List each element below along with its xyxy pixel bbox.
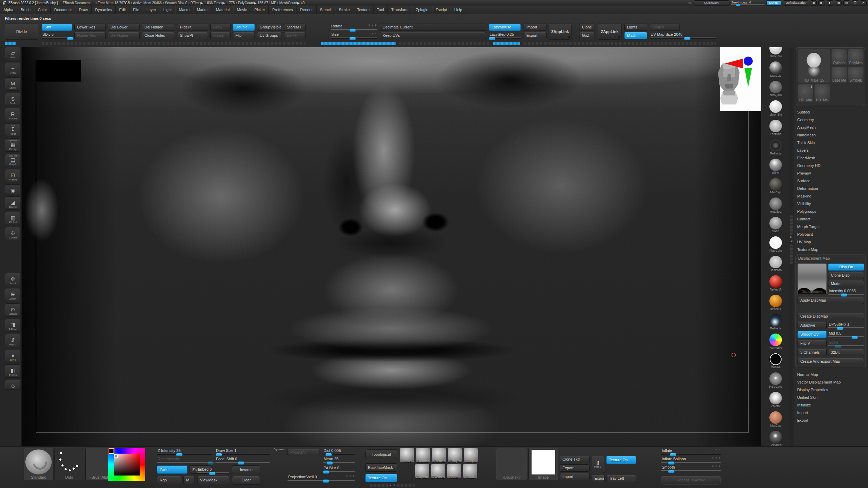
imbed-slider[interactable]: Imbed 0 <box>197 467 229 474</box>
mid-slider[interactable]: Mid 0.5 <box>828 331 864 338</box>
shrink-button[interactable]: Shrink <box>210 32 231 39</box>
palette-menu-item[interactable]: Vector Displacement Map <box>794 378 868 386</box>
shelf-divider-segment[interactable] <box>321 42 396 45</box>
texture-flipv-button[interactable]: ⇵ Flip V <box>592 456 604 473</box>
texture-import-button[interactable]: Import <box>560 473 590 480</box>
sdiv-knob[interactable] <box>67 37 74 40</box>
palette-menu-item[interactable]: Thick Skin <box>794 139 868 146</box>
left-shelf-button[interactable]: x y z ↧ Floor <box>5 123 21 136</box>
z-intensity-slider[interactable]: Z Intensity 25 <box>157 448 212 455</box>
right-tray-divider[interactable]: ▶ ◀ <box>790 215 793 267</box>
inflate-knob[interactable] <box>670 453 676 456</box>
scroll-shelf-left-icon[interactable]: ◀ <box>810 0 817 6</box>
menu-item[interactable]: Texture <box>353 6 373 14</box>
material-item[interactable]: MatCap <box>763 60 788 78</box>
menu-item[interactable]: Dynamics <box>92 6 116 14</box>
active-tool-thumbnail[interactable]: HD_Male_15 <box>798 49 830 83</box>
color-picker[interactable] <box>108 448 145 481</box>
palette-menu-item[interactable]: Geometry HD <box>794 162 868 169</box>
zapplink-button[interactable]: ZAppLink <box>549 24 571 40</box>
shelf-divider-segment[interactable] <box>42 42 306 45</box>
smt-button[interactable]: Smt <box>42 24 72 31</box>
divider-bar[interactable] <box>790 215 793 235</box>
lower-res-button[interactable]: Lower Res <box>74 24 106 31</box>
shelf-divider-segment[interactable] <box>524 42 716 45</box>
left-shelf-button[interactable]: ＋ Draw <box>5 62 21 75</box>
y-axis-icon[interactable] <box>744 68 752 87</box>
material-item[interactable]: zbro_mo <box>763 80 788 97</box>
divide-button[interactable]: Divide <box>5 24 38 40</box>
texture-export-button2[interactable]: Export <box>592 475 605 482</box>
mask-button[interactable]: Mask <box>624 32 647 39</box>
clear-button[interactable]: Clear <box>232 476 260 485</box>
left-shelf-button[interactable]: ▱ Edit <box>5 47 21 60</box>
bottom-tray-divider[interactable]: ▲ ▼ <box>370 484 414 487</box>
minimize-button[interactable]: ▭ <box>843 0 850 6</box>
stroke-selector-thumbnail[interactable]: Dots <box>54 448 84 480</box>
inflate-balloon-knob[interactable] <box>668 461 675 465</box>
material-item[interactable]: Reflecte <box>763 138 788 155</box>
hidept-button[interactable]: HidePt <box>177 24 208 31</box>
disp-flipv-button[interactable]: Flip V <box>798 340 827 347</box>
menu-item[interactable]: Preferences <box>269 6 297 14</box>
mean-knob[interactable] <box>326 461 333 465</box>
clone-button[interactable]: Clone <box>579 24 594 31</box>
material-item[interactable]: MatCap <box>763 177 788 194</box>
quick-brush-thumbnail[interactable]: Flatten <box>446 463 462 479</box>
palette-menu-item[interactable]: FiberMesh <box>794 154 868 162</box>
see-through-knob[interactable] <box>736 4 740 6</box>
inflate-slider[interactable]: Inflate x y z <box>661 448 721 455</box>
menu-item[interactable]: Movie <box>233 6 251 14</box>
left-shelf-button[interactable]: ✥ Scroll <box>5 273 21 286</box>
lazystep-slider[interactable]: LazyStep 0.25 <box>489 32 521 39</box>
menu-item[interactable]: Layer <box>143 6 160 14</box>
material-item[interactable]: BasicMa <box>763 255 788 272</box>
disp-intensity-knob[interactable] <box>841 293 847 297</box>
grow-button[interactable]: Grow <box>210 24 231 31</box>
scroll-shelf-right-icon[interactable]: ▶ <box>818 0 825 6</box>
left-tray-toggle-icon[interactable]: ◧ <box>827 0 833 6</box>
create-and-export-map-button[interactable]: Create And Export Map <box>798 358 864 365</box>
left-shelf-button[interactable]: ◪ Transp <box>5 196 21 210</box>
restore-button[interactable]: ❐ <box>852 0 858 6</box>
smooth-slider[interactable]: Smooth x y z <box>661 465 721 472</box>
rgb-intensity-knob[interactable] <box>207 461 214 465</box>
divider-down-icon[interactable]: ▼ <box>393 484 395 487</box>
size-slider[interactable]: Size x y z <box>331 32 377 39</box>
palette-menu-item[interactable]: Layers <box>794 146 868 154</box>
switch-button[interactable]: Switch <box>650 24 680 31</box>
menu-item[interactable]: Macro <box>175 6 193 14</box>
menu-item[interactable]: Tool <box>374 6 388 14</box>
palette-menu-item[interactable]: Polygroups <box>794 208 868 215</box>
sculpt-viewport[interactable] <box>22 47 761 447</box>
material-item[interactable]: MetalicC <box>763 196 788 214</box>
uv-groups-button[interactable]: Uv Groups <box>257 32 282 39</box>
left-shelf-button[interactable]: S Scale <box>5 93 21 106</box>
dpsubpix-slider[interactable]: DPSubPix 1 <box>828 322 864 329</box>
draw-size-knob[interactable] <box>216 453 222 456</box>
menu-item[interactable]: Draw <box>75 6 92 14</box>
texture-on-button[interactable]: Texture On <box>365 474 397 482</box>
quick-brush-thumbnail[interactable]: ZRemes <box>431 447 446 463</box>
menu-item[interactable]: Transform <box>388 6 412 14</box>
sdiv-slider[interactable]: SDiv 5 <box>42 32 72 39</box>
uv-map-size-slider[interactable]: UV Map Size 2048 <box>650 32 716 39</box>
material-item[interactable]: Outline <box>763 352 788 369</box>
dist-slider[interactable]: Dist 0.005 <box>323 448 355 455</box>
saturation-value-square[interactable] <box>114 454 140 476</box>
menu-item[interactable]: Render <box>297 6 317 14</box>
palette-menu-item[interactable]: Display Properties <box>794 386 868 394</box>
del-higher-button[interactable]: Del Higher <box>108 32 140 39</box>
left-shelf-button[interactable]: ⊙ Actual <box>5 303 21 317</box>
uv-map-size-knob[interactable] <box>684 37 691 40</box>
left-shelf-button[interactable]: ⊕ Zoom <box>5 288 21 301</box>
groupvisible-button[interactable]: GroupVisible <box>257 24 282 31</box>
quick-brush-thumbnail[interactable]: Move <box>399 447 415 463</box>
material-item[interactable]: FastSha <box>763 119 788 136</box>
create-dispmap-button[interactable]: Create DispMap <box>798 313 864 320</box>
flip-button[interactable]: Flip <box>233 32 255 39</box>
del-lower-button[interactable]: Del Lower <box>108 24 140 31</box>
palette-menu-item[interactable]: Surface <box>794 177 868 185</box>
smoothuv-button[interactable]: SmoothUV <box>798 331 827 338</box>
disp-intensity-slider[interactable]: Intensity 0.0035 <box>828 288 864 296</box>
